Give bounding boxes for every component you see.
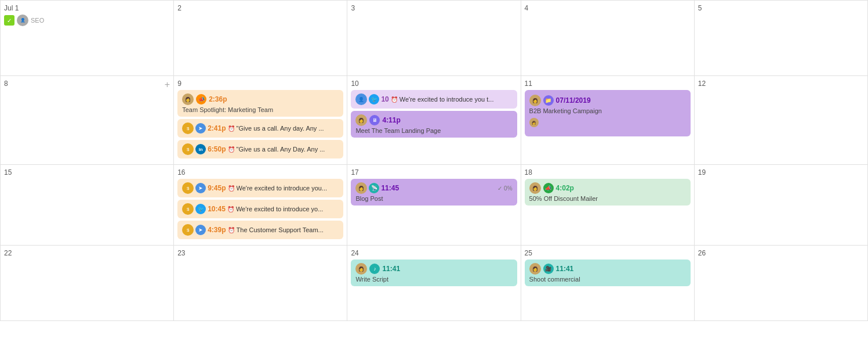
day-cell-3: 3 [347,1,521,76]
day-cell-25: 25 👩 🎥 11:41 Shoot commercial [521,246,694,321]
event-time: 4:02p [556,184,574,192]
event-title: Write Script [355,276,512,283]
event-clock: ⏰ [227,206,234,212]
avatar-small: 👩 [529,118,539,127]
arrow-icon: ➤ [195,225,206,235]
megaphone-icon: 📣 [196,94,206,104]
avatar: 👩 [529,95,541,106]
avatar: 👩 [529,182,541,194]
day-cell-5: 5 [694,1,867,76]
day-cell-26: 26 [694,246,867,321]
day-number: 16 [177,168,343,176]
event-card-excited-2[interactable]: $ ➤ 9:45p ⏰ We're excited to introduce y… [177,179,343,197]
day-number: 9 [177,80,343,88]
event-card-discount-mailer[interactable]: 👩 📣 4:02p 50% Off Discount Mailer [525,179,691,206]
event-clock: ⏰ [228,185,235,192]
day-cell-23: 23 [174,246,347,321]
event-text: The Customer Support Team... [237,226,324,233]
avatar: $ [182,143,194,155]
event-time: 9:45p [208,184,226,192]
music-icon: ♪ [369,264,380,274]
event-card-excited-1[interactable]: 👤 🐦 10 ⏰ We're excited to introduce you … [351,90,517,109]
avatar: $ [182,182,194,194]
rss-icon: 📡 [369,183,379,193]
event-text: We're excited to introduce yo... [236,206,323,212]
add-event-button[interactable]: + [165,80,170,89]
event-title: 50% Off Discount Mailer [529,195,686,202]
day-cell-17: 17 👩 📡 11:45 ✓ 0% Blog Post [347,165,521,246]
day-number: 15 [4,168,170,176]
day-cell-12: 12 [694,76,867,165]
arrow-icon: ➤ [195,123,206,134]
event-time: 4:11p [382,116,400,124]
event-percent: ✓ 0% [497,185,512,192]
event-time: 4:39p [208,226,226,234]
avatar: $ [182,224,194,236]
event-text: We're excited to introduce you... [237,185,328,192]
event-time: 6:50p [208,145,226,153]
avatar: 👩 [355,182,367,194]
seo-badge: ✓ 👤 SEO [4,15,170,26]
avatar: 👤 [17,15,28,26]
day-number: 3 [351,4,517,12]
day-cell-10: 10 👤 🐦 10 ⏰ We're excited to introduce y… [347,76,521,165]
event-card-team-spotlight[interactable]: 👩 📣 2:36p Team Spotlight: Marketing Team [177,90,343,117]
day-number: 2 [177,4,343,12]
avatar: 👩 [529,263,541,275]
seo-label: SEO [31,17,44,24]
event-card-call-1[interactable]: $ ➤ 2:41p ⏰ "Give us a call. Any day. An… [177,119,343,138]
event-time: 11:41 [556,265,574,273]
day-cell-4: 4 [521,1,694,76]
event-title: Meet The Team Landing Page [355,127,512,134]
event-time: 11:41 [382,265,400,273]
day-number: 8 [4,80,8,88]
event-card-excited-3[interactable]: $ 🐦 10:45 ⏰ We're excited to introduce y… [177,200,343,218]
event-title: B2B Marketing Campaign [529,107,686,114]
day-number: Jul 1 [4,4,170,12]
day-number: 11 [525,80,691,88]
event-title: Blog Post [355,195,512,202]
day-cell-18: 18 👩 📣 4:02p 50% Off Discount Mailer [521,165,694,246]
day-number: 23 [177,249,343,257]
event-clock: ⏰ [228,227,235,233]
day-cell-8: 8 + [1,76,174,165]
event-card-meet-team[interactable]: 👩 🖥 4:11p Meet The Team Landing Page [351,111,517,138]
day-cell-9: 9 👩 📣 2:36p Team Spotlight: Marketing Te… [174,76,347,165]
event-time: 11:45 [381,184,399,192]
event-time: 2:41p [208,124,226,132]
avatar: 👩 [182,93,194,105]
event-clock: ⏰ [228,146,235,153]
event-text: "Give us a call. Any day. Any ... [237,125,324,132]
day-number: 25 [525,249,691,257]
folder-icon: 📁 [543,95,554,106]
day-cell-jul1: Jul 1 ✓ 👤 SEO [1,1,174,76]
day-number: 5 [698,4,864,12]
event-text: We're excited to introduce you t... [400,96,494,103]
event-time: 10 [381,95,388,103]
day-number: 19 [698,168,864,176]
event-clock: ⏰ [391,96,398,103]
day-number: 4 [525,4,691,12]
event-card-customer-support[interactable]: $ ➤ 4:39p ⏰ The Customer Support Team... [177,221,343,239]
event-card-shoot-commercial[interactable]: 👩 🎥 11:41 Shoot commercial [525,260,691,286]
event-card-write-script[interactable]: 👩 ♪ 11:41 Write Script [351,260,517,286]
event-date: 07/11/2019 [556,96,591,104]
event-time: 2:36p [209,95,227,103]
event-card-blog-post[interactable]: 👩 📡 11:45 ✓ 0% Blog Post [351,179,517,206]
day-cell-16: 16 $ ➤ 9:45p ⏰ We're excited to introduc… [174,165,347,246]
arrow-icon: ➤ [195,183,206,193]
avatar: 👩 [355,114,367,126]
avatar: 👩 [355,263,367,275]
event-title: Shoot commercial [529,276,686,283]
screen-icon: 🖥 [369,115,380,125]
megaphone-icon: 📣 [543,183,554,193]
avatar: $ [182,203,194,215]
day-cell-11: 11 👩 📁 07/11/2019 B2B Marketing Campaign… [521,76,694,165]
event-card-b2b-campaign[interactable]: 👩 📁 07/11/2019 B2B Marketing Campaign 👩 [525,90,691,136]
day-number: 24 [351,249,517,257]
event-clock: ⏰ [228,125,235,132]
event-card-call-2[interactable]: $ in 6:50p ⏰ "Give us a call. Any Day. A… [177,140,343,158]
event-time: 10:45 [208,205,226,213]
twitter-icon: 🐦 [195,204,206,214]
avatar: $ [182,122,194,134]
